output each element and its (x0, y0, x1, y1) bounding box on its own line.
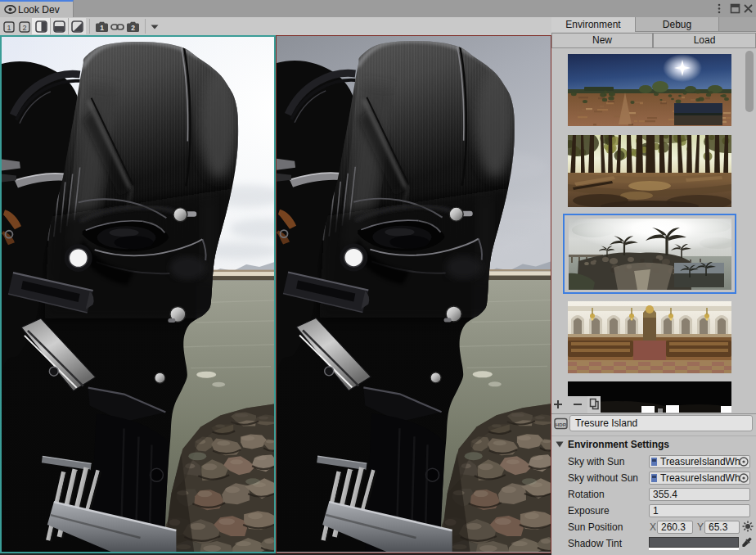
svg-text:2: 2 (131, 23, 135, 31)
svg-text:1: 1 (100, 23, 104, 31)
svg-text:HDR: HDR (556, 422, 567, 427)
svg-text:2: 2 (22, 23, 26, 31)
svg-text:1: 1 (7, 23, 11, 31)
